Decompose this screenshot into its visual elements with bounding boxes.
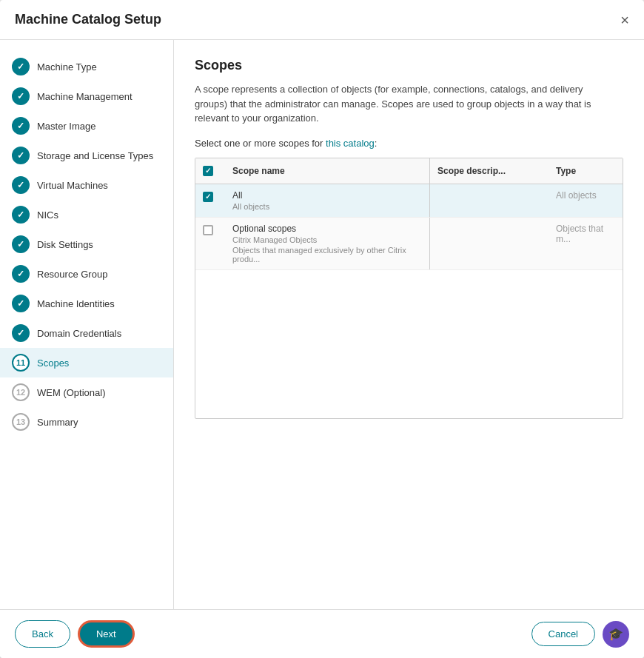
- sidebar: ✓Machine Type✓Machine Management✓Master …: [0, 40, 174, 609]
- help-icon: 🎓: [608, 627, 623, 641]
- completed-icon: ✓: [12, 324, 30, 342]
- sidebar-item-master-image[interactable]: ✓Master Image: [0, 111, 173, 141]
- sidebar-item-machine-management[interactable]: ✓Machine Management: [0, 81, 173, 111]
- row1-checkbox-cell[interactable]: ✓: [195, 184, 225, 209]
- dialog-footer: Back Next Cancel 🎓: [0, 609, 644, 658]
- sidebar-label: Scopes: [37, 357, 69, 369]
- completed-icon: ✓: [12, 147, 30, 164]
- sidebar-item-scopes[interactable]: 11Scopes: [0, 348, 173, 377]
- sidebar-item-summary[interactable]: 13Summary: [0, 407, 173, 437]
- section-title: Scopes: [195, 58, 623, 73]
- row1-type: All objects: [549, 184, 623, 207]
- step-number-icon: 13: [12, 413, 30, 431]
- footer-right: Cancel 🎓: [531, 621, 629, 648]
- completed-icon: ✓: [12, 176, 30, 194]
- sidebar-item-domain-credentials[interactable]: ✓Domain Credentials: [0, 318, 173, 348]
- table-row: ✓ All All objects All objects: [195, 184, 623, 218]
- table-empty-area: [195, 270, 623, 418]
- cancel-button[interactable]: Cancel: [531, 622, 595, 646]
- row1-description: [430, 184, 549, 196]
- section-description: A scope represents a collection of objec…: [195, 82, 609, 126]
- sidebar-label: Storage and License Types: [37, 150, 153, 161]
- sidebar-item-nics[interactable]: ✓NICs: [0, 200, 173, 229]
- row2-desc-col: [430, 218, 549, 229]
- row1-checkbox[interactable]: ✓: [203, 192, 213, 202]
- row2-name-cell: Optional scopes Citrix Managed Objects O…: [225, 218, 429, 269]
- next-button[interactable]: Next: [78, 620, 135, 648]
- row1-name-cell: All All objects: [225, 184, 429, 217]
- help-button[interactable]: 🎓: [603, 621, 629, 648]
- completed-icon: ✓: [12, 117, 30, 135]
- main-content: Scopes A scope represents a collection o…: [174, 40, 644, 609]
- row2-description: Objects that managed exclusively by othe…: [232, 246, 422, 263]
- select-scope-label: Select one or more scopes for this catal…: [195, 138, 623, 149]
- completed-icon: ✓: [12, 235, 30, 253]
- sidebar-item-wem-optional[interactable]: 12WEM (Optional): [0, 377, 173, 407]
- completed-icon: ✓: [12, 295, 30, 312]
- dialog-body: ✓Machine Type✓Machine Management✓Master …: [0, 40, 644, 609]
- sidebar-item-machine-identities[interactable]: ✓Machine Identities: [0, 289, 173, 318]
- row2-checkbox-cell[interactable]: [195, 218, 225, 243]
- completed-icon: ✓: [12, 87, 30, 105]
- completed-icon: ✓: [12, 58, 30, 75]
- sidebar-label: Virtual Machines: [37, 180, 108, 191]
- sidebar-item-resource-group[interactable]: ✓Resource Group: [0, 259, 173, 289]
- sidebar-label: Machine Identities: [37, 298, 115, 309]
- footer-left: Back Next: [15, 620, 135, 648]
- scopes-table: ✓ Scope name Scope descrip... Type ✓ All…: [195, 158, 623, 419]
- sidebar-item-machine-type[interactable]: ✓Machine Type: [0, 52, 173, 81]
- sidebar-label: Machine Management: [37, 91, 133, 102]
- step-number-icon: 11: [12, 354, 30, 372]
- step-number-icon: 12: [12, 383, 30, 401]
- sidebar-label: Resource Group: [37, 269, 107, 280]
- catalog-link[interactable]: this catalog: [326, 138, 375, 149]
- row2-type: Objects that m...: [549, 218, 623, 250]
- close-button[interactable]: ×: [620, 13, 629, 27]
- dialog-title: Machine Catalog Setup: [15, 12, 161, 27]
- sidebar-label: WEM (Optional): [37, 387, 105, 398]
- row2-sub-name: Citrix Managed Objects: [232, 235, 422, 244]
- row1-main-name: All: [232, 190, 422, 201]
- sidebar-label: Machine Type: [37, 61, 97, 73]
- completed-icon: ✓: [12, 265, 30, 283]
- sidebar-label: Domain Credentials: [37, 328, 121, 339]
- sidebar-item-storage-license[interactable]: ✓Storage and License Types: [0, 141, 173, 170]
- header-type: Type: [549, 160, 623, 182]
- row2-main-name: Optional scopes: [232, 224, 422, 234]
- table-header-row: ✓ Scope name Scope descrip... Type: [195, 158, 623, 184]
- header-scope-name: Scope name: [225, 160, 429, 182]
- table-row: Optional scopes Citrix Managed Objects O…: [195, 218, 623, 270]
- back-button[interactable]: Back: [15, 620, 70, 648]
- sidebar-label: Master Image: [37, 121, 95, 132]
- machine-catalog-dialog: Machine Catalog Setup × ✓Machine Type✓Ma…: [0, 0, 644, 658]
- row2-checkbox[interactable]: [203, 225, 213, 235]
- header-scope-desc: Scope descrip...: [430, 160, 549, 182]
- sidebar-label: Disk Settings: [37, 239, 93, 250]
- sidebar-item-disk-settings[interactable]: ✓Disk Settings: [0, 229, 173, 259]
- header-checkbox[interactable]: ✓: [203, 166, 213, 176]
- sidebar-label: Summary: [37, 417, 78, 428]
- row1-sub-name: All objects: [232, 202, 422, 211]
- completed-icon: ✓: [12, 206, 30, 224]
- header-checkbox-cell: ✓: [195, 158, 225, 184]
- dialog-header: Machine Catalog Setup ×: [0, 0, 644, 40]
- sidebar-item-virtual-machines[interactable]: ✓Virtual Machines: [0, 170, 173, 200]
- sidebar-label: NICs: [37, 209, 58, 221]
